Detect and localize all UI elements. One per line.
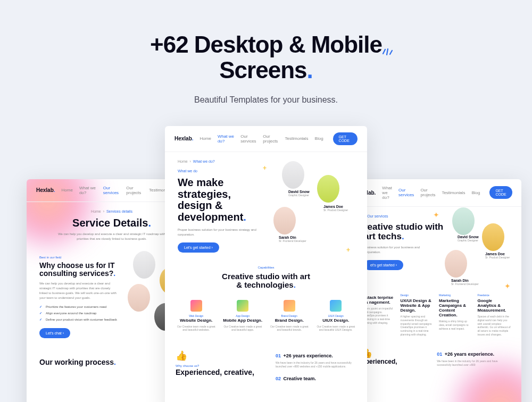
service-icon	[237, 300, 248, 312]
brand: Hexlab.	[36, 187, 55, 193]
hero-headline: We make strategies, design & development…	[178, 177, 268, 223]
avatar	[482, 223, 504, 251]
page-title: Service Details.	[39, 217, 184, 229]
nav-whatwedo[interactable]: What we do?	[79, 186, 97, 195]
service-icon	[330, 300, 342, 312]
nav-home[interactable]: Home	[200, 136, 211, 141]
service-cell[interactable]: MarketingMarketing Campaigns & Content C…	[439, 294, 472, 337]
get-started-button[interactable]: Let's get started ›	[178, 242, 219, 253]
service-icon	[190, 300, 202, 312]
service-cell[interactable]: DesignUX/UI Design & Website & App Desig…	[401, 294, 434, 337]
thumbs-icon: 👍	[176, 350, 266, 362]
nav-testimonials[interactable]: Testimonials	[442, 190, 465, 195]
nav-blog[interactable]: Blog	[315, 136, 323, 141]
service-card[interactable]: App DesignMobile App Design.Our Creative…	[222, 300, 264, 332]
screen-center: Hexlab. Home What we do? Our services Ou…	[165, 126, 367, 402]
screen-right: exlab. What we do? Our services Our proj…	[351, 179, 521, 402]
page-sub: We can help you develop and execute a cl…	[53, 232, 170, 241]
hero-body: Proper business solution for your busine…	[178, 228, 257, 237]
nav-cta[interactable]: GET CODE	[333, 132, 358, 145]
nav-projects[interactable]: Our projects	[420, 188, 435, 197]
sparkle-icon: ✦	[504, 282, 511, 290]
cap-eyebrow: Capabilities	[178, 265, 354, 270]
service-cell[interactable]: FreelanceGoogle Analytics & Measurement.…	[478, 294, 511, 337]
flourish-icon	[381, 35, 394, 61]
avatar	[452, 207, 475, 235]
nav-whatwedo[interactable]: What we do?	[218, 134, 234, 144]
plus-icon: +	[346, 246, 350, 254]
lets-chat-button[interactable]: Let's chat ›	[39, 328, 70, 338]
avatar	[128, 284, 150, 312]
service-card[interactable]: Brand DesignBrand Design.Our Creative te…	[269, 300, 310, 332]
avatar	[273, 207, 296, 234]
avatar	[445, 250, 467, 278]
nav-home[interactable]: Home	[62, 188, 73, 192]
nav-blog[interactable]: Blog	[471, 190, 480, 195]
nav-services[interactable]: Our services	[103, 186, 120, 195]
service-card[interactable]: UIUX DesignUIUX Design.Our Creative team…	[315, 300, 357, 332]
nav-projects[interactable]: Our projects	[126, 186, 143, 195]
service-icon	[284, 300, 295, 312]
plus-icon: +	[263, 164, 267, 172]
hero-subtitle: Beautiful Templates for your business.	[11, 95, 521, 105]
sparkle-icon: ✦	[433, 211, 439, 219]
get-started-button[interactable]: et's get started ›	[364, 260, 403, 270]
nav-cta[interactable]: GET CODE	[489, 186, 512, 199]
nav-whatwedo[interactable]: What we do?	[382, 186, 392, 200]
working-process-title: Our working process.	[39, 358, 184, 366]
nav-services[interactable]: Our services	[398, 188, 414, 197]
nav-testimonials[interactable]: Testimonials	[285, 136, 309, 141]
avatar	[282, 161, 304, 189]
thumbs-icon: 👍	[362, 348, 427, 358]
cap-title: Creative studio with art & technologies.	[221, 272, 311, 289]
service-card[interactable]: Web DesignWebsite Design.Our Creative te…	[176, 300, 217, 332]
brand: Hexlab.	[174, 136, 194, 141]
nav-services[interactable]: Our services	[240, 134, 256, 144]
hero-title: +62 Desktop & Mobile Screens.	[150, 32, 382, 83]
avatar	[317, 175, 339, 203]
gradient-blob	[458, 365, 521, 402]
nav-projects[interactable]: Our projects	[263, 134, 278, 144]
avatar	[133, 251, 155, 279]
section-title: Why choose us for IT consulting services…	[39, 262, 119, 278]
